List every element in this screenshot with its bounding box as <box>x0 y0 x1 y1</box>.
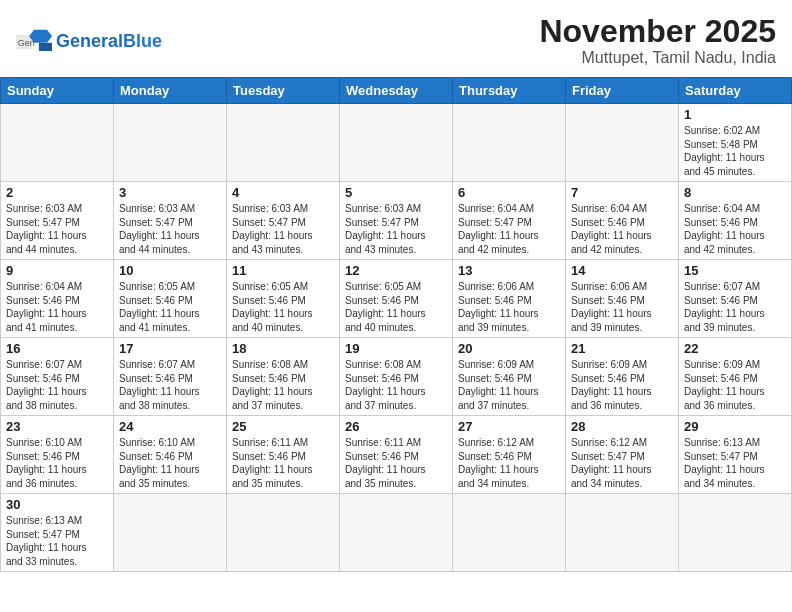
day-info: Sunrise: 6:09 AM Sunset: 5:46 PM Dayligh… <box>684 358 786 412</box>
day-info: Sunrise: 6:10 AM Sunset: 5:46 PM Dayligh… <box>119 436 221 490</box>
calendar-week-row: 9Sunrise: 6:04 AM Sunset: 5:46 PM Daylig… <box>1 260 792 338</box>
logo-icon: Gen <box>16 28 52 56</box>
calendar-cell: 13Sunrise: 6:06 AM Sunset: 5:46 PM Dayli… <box>453 260 566 338</box>
day-number: 1 <box>684 107 786 122</box>
svg-marker-3 <box>39 42 52 50</box>
day-info: Sunrise: 6:05 AM Sunset: 5:46 PM Dayligh… <box>119 280 221 334</box>
day-number: 11 <box>232 263 334 278</box>
calendar-cell <box>679 494 792 572</box>
day-info: Sunrise: 6:04 AM Sunset: 5:47 PM Dayligh… <box>458 202 560 256</box>
calendar-cell <box>114 104 227 182</box>
day-number: 14 <box>571 263 673 278</box>
weekday-header: Wednesday <box>340 78 453 104</box>
day-info: Sunrise: 6:02 AM Sunset: 5:48 PM Dayligh… <box>684 124 786 178</box>
calendar-cell: 4Sunrise: 6:03 AM Sunset: 5:47 PM Daylig… <box>227 182 340 260</box>
weekday-header: Monday <box>114 78 227 104</box>
day-info: Sunrise: 6:03 AM Sunset: 5:47 PM Dayligh… <box>345 202 447 256</box>
title-block: November 2025 Muttupet, Tamil Nadu, Indi… <box>539 14 776 67</box>
logo-general: General <box>56 31 123 51</box>
day-info: Sunrise: 6:03 AM Sunset: 5:47 PM Dayligh… <box>6 202 108 256</box>
calendar-table: SundayMondayTuesdayWednesdayThursdayFrid… <box>0 77 792 572</box>
day-info: Sunrise: 6:06 AM Sunset: 5:46 PM Dayligh… <box>458 280 560 334</box>
logo-text: GeneralBlue <box>56 32 162 50</box>
calendar-cell: 26Sunrise: 6:11 AM Sunset: 5:46 PM Dayli… <box>340 416 453 494</box>
day-info: Sunrise: 6:04 AM Sunset: 5:46 PM Dayligh… <box>571 202 673 256</box>
calendar-week-row: 30Sunrise: 6:13 AM Sunset: 5:47 PM Dayli… <box>1 494 792 572</box>
day-info: Sunrise: 6:08 AM Sunset: 5:46 PM Dayligh… <box>232 358 334 412</box>
day-number: 22 <box>684 341 786 356</box>
weekday-header: Friday <box>566 78 679 104</box>
day-info: Sunrise: 6:06 AM Sunset: 5:46 PM Dayligh… <box>571 280 673 334</box>
calendar-cell: 29Sunrise: 6:13 AM Sunset: 5:47 PM Dayli… <box>679 416 792 494</box>
calendar-week-row: 23Sunrise: 6:10 AM Sunset: 5:46 PM Dayli… <box>1 416 792 494</box>
day-info: Sunrise: 6:09 AM Sunset: 5:46 PM Dayligh… <box>458 358 560 412</box>
calendar-cell: 28Sunrise: 6:12 AM Sunset: 5:47 PM Dayli… <box>566 416 679 494</box>
day-number: 19 <box>345 341 447 356</box>
day-number: 18 <box>232 341 334 356</box>
day-number: 6 <box>458 185 560 200</box>
calendar-cell: 24Sunrise: 6:10 AM Sunset: 5:46 PM Dayli… <box>114 416 227 494</box>
calendar-header-row: SundayMondayTuesdayWednesdayThursdayFrid… <box>1 78 792 104</box>
day-info: Sunrise: 6:12 AM Sunset: 5:46 PM Dayligh… <box>458 436 560 490</box>
day-info: Sunrise: 6:11 AM Sunset: 5:46 PM Dayligh… <box>232 436 334 490</box>
day-number: 13 <box>458 263 560 278</box>
day-info: Sunrise: 6:03 AM Sunset: 5:47 PM Dayligh… <box>119 202 221 256</box>
calendar-cell: 1Sunrise: 6:02 AM Sunset: 5:48 PM Daylig… <box>679 104 792 182</box>
day-info: Sunrise: 6:07 AM Sunset: 5:46 PM Dayligh… <box>119 358 221 412</box>
calendar-cell: 8Sunrise: 6:04 AM Sunset: 5:46 PM Daylig… <box>679 182 792 260</box>
day-info: Sunrise: 6:04 AM Sunset: 5:46 PM Dayligh… <box>6 280 108 334</box>
day-number: 16 <box>6 341 108 356</box>
calendar-cell: 16Sunrise: 6:07 AM Sunset: 5:46 PM Dayli… <box>1 338 114 416</box>
day-number: 25 <box>232 419 334 434</box>
day-number: 7 <box>571 185 673 200</box>
calendar-cell <box>227 104 340 182</box>
logo-blue: Blue <box>123 31 162 51</box>
day-info: Sunrise: 6:08 AM Sunset: 5:46 PM Dayligh… <box>345 358 447 412</box>
calendar-cell <box>340 494 453 572</box>
day-info: Sunrise: 6:04 AM Sunset: 5:46 PM Dayligh… <box>684 202 786 256</box>
day-info: Sunrise: 6:11 AM Sunset: 5:46 PM Dayligh… <box>345 436 447 490</box>
day-number: 15 <box>684 263 786 278</box>
calendar-cell: 3Sunrise: 6:03 AM Sunset: 5:47 PM Daylig… <box>114 182 227 260</box>
day-number: 2 <box>6 185 108 200</box>
day-info: Sunrise: 6:07 AM Sunset: 5:46 PM Dayligh… <box>684 280 786 334</box>
calendar-cell: 2Sunrise: 6:03 AM Sunset: 5:47 PM Daylig… <box>1 182 114 260</box>
day-info: Sunrise: 6:07 AM Sunset: 5:46 PM Dayligh… <box>6 358 108 412</box>
day-number: 12 <box>345 263 447 278</box>
calendar-week-row: 2Sunrise: 6:03 AM Sunset: 5:47 PM Daylig… <box>1 182 792 260</box>
calendar-cell: 25Sunrise: 6:11 AM Sunset: 5:46 PM Dayli… <box>227 416 340 494</box>
weekday-header: Sunday <box>1 78 114 104</box>
calendar-cell: 14Sunrise: 6:06 AM Sunset: 5:46 PM Dayli… <box>566 260 679 338</box>
calendar-cell <box>340 104 453 182</box>
day-number: 30 <box>6 497 108 512</box>
day-number: 23 <box>6 419 108 434</box>
calendar-cell <box>566 104 679 182</box>
day-number: 24 <box>119 419 221 434</box>
calendar-cell: 23Sunrise: 6:10 AM Sunset: 5:46 PM Dayli… <box>1 416 114 494</box>
day-number: 28 <box>571 419 673 434</box>
calendar-cell: 5Sunrise: 6:03 AM Sunset: 5:47 PM Daylig… <box>340 182 453 260</box>
day-number: 4 <box>232 185 334 200</box>
day-number: 3 <box>119 185 221 200</box>
subtitle: Muttupet, Tamil Nadu, India <box>539 49 776 67</box>
calendar-cell: 17Sunrise: 6:07 AM Sunset: 5:46 PM Dayli… <box>114 338 227 416</box>
calendar-week-row: 1Sunrise: 6:02 AM Sunset: 5:48 PM Daylig… <box>1 104 792 182</box>
logo: Gen GeneralBlue <box>16 26 162 56</box>
main-title: November 2025 <box>539 14 776 49</box>
calendar-cell: 21Sunrise: 6:09 AM Sunset: 5:46 PM Dayli… <box>566 338 679 416</box>
calendar-cell: 22Sunrise: 6:09 AM Sunset: 5:46 PM Dayli… <box>679 338 792 416</box>
calendar-cell <box>453 494 566 572</box>
day-number: 21 <box>571 341 673 356</box>
day-number: 17 <box>119 341 221 356</box>
weekday-header: Saturday <box>679 78 792 104</box>
header: Gen GeneralBlue November 2025 Muttupet, … <box>0 0 792 77</box>
calendar-cell: 12Sunrise: 6:05 AM Sunset: 5:46 PM Dayli… <box>340 260 453 338</box>
calendar-cell: 30Sunrise: 6:13 AM Sunset: 5:47 PM Dayli… <box>1 494 114 572</box>
calendar-week-row: 16Sunrise: 6:07 AM Sunset: 5:46 PM Dayli… <box>1 338 792 416</box>
calendar-cell <box>227 494 340 572</box>
weekday-header: Tuesday <box>227 78 340 104</box>
weekday-header: Thursday <box>453 78 566 104</box>
page: Gen GeneralBlue November 2025 Muttupet, … <box>0 0 792 572</box>
calendar-cell: 15Sunrise: 6:07 AM Sunset: 5:46 PM Dayli… <box>679 260 792 338</box>
calendar-cell: 7Sunrise: 6:04 AM Sunset: 5:46 PM Daylig… <box>566 182 679 260</box>
